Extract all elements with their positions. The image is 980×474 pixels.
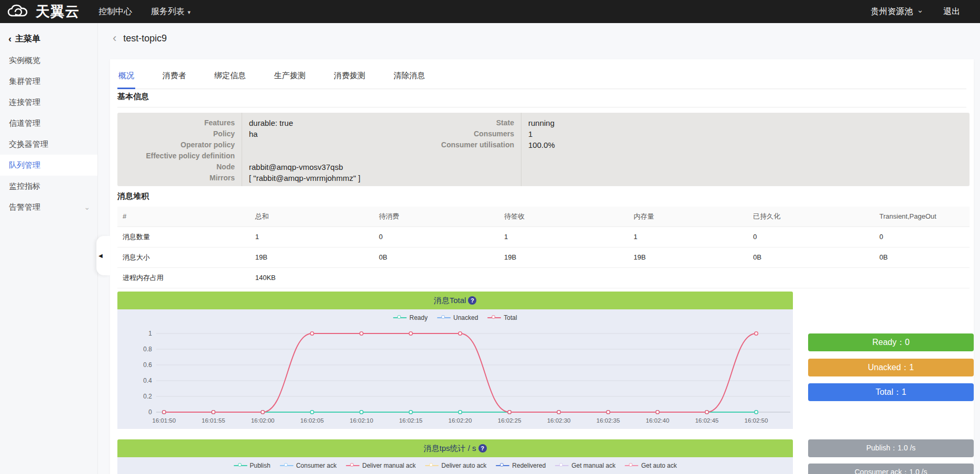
service-list-menu[interactable]: 服务列表▾ [151, 6, 191, 17]
tab-bindings[interactable]: 绑定信息 [213, 67, 247, 89]
legend-marker-icon [346, 463, 360, 468]
legend-item-get-manual-ack[interactable]: Get manual ack [555, 462, 615, 469]
region-selector[interactable]: 贵州资源池 ⌄ [870, 6, 923, 17]
legend-item-consumer-ack[interactable]: Consumer ack [280, 462, 336, 469]
console-center-link[interactable]: 控制中心 [99, 6, 132, 17]
back-icon[interactable]: ‹ [113, 33, 116, 44]
legend-label: Deliver manual ack [362, 462, 416, 469]
info-label: Consumer utilisation [424, 139, 514, 150]
backlog-col-header: Transient,PageOut [874, 207, 970, 227]
legend-marker-icon [496, 463, 509, 468]
info-label: Operator policy [117, 139, 235, 150]
basic-info-right: StateConsumersConsumer utilisation runni… [424, 117, 970, 186]
sidebar-item-channel-management[interactable]: 信道管理 [0, 113, 97, 134]
svg-text:0.8: 0.8 [143, 346, 152, 353]
legend-item-get-auto-ack[interactable]: Get auto ack [625, 462, 677, 469]
table-cell: 140KB [250, 267, 374, 288]
basic-info-heading: 基本信息 [117, 92, 966, 107]
status-badge-publish-rate: Publish：1.0 /s [808, 439, 974, 457]
chart-body: PublishConsumer ackDeliver manual ackDel… [117, 457, 793, 474]
legend-marker-icon [555, 463, 569, 468]
sidebar-item-instance-overview[interactable]: 实例概览 [0, 50, 97, 71]
tab-purge-messages[interactable]: 清除消息 [393, 67, 426, 89]
table-cell: 消息数量 [117, 227, 250, 247]
svg-text:16:01:50: 16:01:50 [153, 417, 176, 424]
sidebar-item-label: 连接管理 [9, 98, 40, 107]
info-label: Mirrors [117, 173, 235, 184]
sidebar-item-cluster-management[interactable]: 集群管理 [0, 71, 97, 92]
help-icon[interactable]: ? [478, 444, 487, 453]
tab-consumers[interactable]: 消费者 [161, 67, 187, 89]
info-label: State [424, 117, 514, 128]
info-label: Policy [117, 128, 235, 139]
chart-header: 消息tps统计 / s ? [117, 439, 793, 457]
legend-marker-icon [425, 463, 439, 468]
chart-title: 消息Total [434, 296, 466, 306]
divider [521, 113, 521, 186]
info-label: Features [117, 117, 235, 128]
svg-text:0: 0 [148, 408, 152, 416]
info-label: Consumers [424, 128, 514, 139]
svg-text:0.2: 0.2 [143, 393, 152, 400]
svg-text:16:02:45: 16:02:45 [695, 417, 718, 424]
backlog-col-header: 待签收 [499, 207, 628, 227]
legend-item-publish[interactable]: Publish [234, 462, 270, 469]
svg-text:16:02:30: 16:02:30 [547, 417, 571, 424]
sidebar-item-connection-management[interactable]: 连接管理 [0, 92, 97, 113]
info-value: [ "rabbit@amqp-vmrmjohmmz" ] [249, 173, 361, 184]
sidebar-collapse-handle[interactable]: ◀ [96, 236, 110, 275]
sidebar-title: ‹ 主菜单 [8, 34, 97, 45]
svg-text:16:02:50: 16:02:50 [745, 417, 768, 424]
help-icon[interactable]: ? [468, 296, 476, 305]
svg-text:16:02:15: 16:02:15 [399, 417, 422, 424]
table-cell [874, 267, 970, 288]
legend-item-redelivered[interactable]: Redelivered [496, 462, 546, 469]
table-row: 消息数量101100 [117, 227, 970, 247]
legend-marker-icon [234, 463, 247, 468]
status-badge-ready: Ready：0 [808, 333, 974, 351]
table-row: 进程内存占用140KB [117, 267, 970, 288]
collapse-left-icon: ◀ [99, 253, 103, 258]
sidebar-item-label: 实例概览 [9, 56, 40, 66]
message-total-chart: 消息Total ? ReadyUnackedTotal 00.20.40.60.… [117, 292, 793, 429]
table-cell [628, 267, 748, 288]
table-cell: 19B [250, 247, 374, 267]
sidebar-item-label: 信道管理 [9, 118, 40, 128]
tab-consume-test[interactable]: 消费拨测 [333, 67, 366, 89]
legend-label: Consumer ack [296, 462, 336, 469]
chart-legend: PublishConsumer ackDeliver manual ackDel… [117, 462, 793, 469]
table-cell: 1 [250, 227, 374, 247]
sidebar-item-label: 交换器管理 [9, 139, 48, 149]
status-badge-consumer-ack-rate: Consumer ack：1.0 /s [808, 464, 974, 474]
tab-overview[interactable]: 概况 [117, 67, 135, 89]
main-content: ‹ test-topic9 概况消费者绑定信息生产拨测消费拨测清除消息 基本信息… [98, 23, 980, 474]
table-cell: 1 [499, 227, 628, 247]
chevron-down-icon: ⌄ [84, 203, 90, 211]
breadcrumb: ‹ test-topic9 [113, 33, 167, 44]
logout-button[interactable]: 退出 [943, 6, 960, 17]
table-row: 消息大小19B0B19B19B0B0B [117, 247, 970, 267]
sidebar-item-label: 队列管理 [9, 160, 40, 170]
tab-produce-test[interactable]: 生产拨测 [273, 67, 307, 89]
info-label: Node [117, 161, 235, 173]
legend-marker-icon [625, 463, 638, 468]
sidebar-item-monitor-metrics[interactable]: 监控指标 [0, 176, 97, 197]
sidebar-item-alarm-management[interactable]: 告警管理⌄ [0, 197, 97, 218]
sidebar-item-queue-management[interactable]: 队列管理 [0, 155, 97, 176]
legend-item-deliver-auto-ack[interactable]: Deliver auto ack [425, 462, 486, 469]
legend-label: Get manual ack [571, 462, 615, 469]
svg-text:16:02:10: 16:02:10 [350, 417, 373, 424]
sidebar-item-exchange-management[interactable]: 交换器管理 [0, 134, 97, 155]
svg-text:16:02:05: 16:02:05 [300, 417, 324, 424]
info-value: ha [249, 128, 361, 139]
backlog-col-header: # [117, 207, 250, 227]
svg-text:0.6: 0.6 [143, 361, 152, 369]
chart-title: 消息tps统计 / s [423, 444, 476, 454]
table-cell: 0 [874, 227, 970, 247]
svg-text:16:02:20: 16:02:20 [449, 417, 472, 424]
svg-text:16:02:35: 16:02:35 [596, 417, 620, 424]
status-badge-total: Total：1 [808, 383, 974, 401]
back-icon[interactable]: ‹ [8, 34, 12, 45]
legend-item-deliver-manual-ack[interactable]: Deliver manual ack [346, 462, 416, 469]
table-cell: 19B [628, 247, 748, 267]
